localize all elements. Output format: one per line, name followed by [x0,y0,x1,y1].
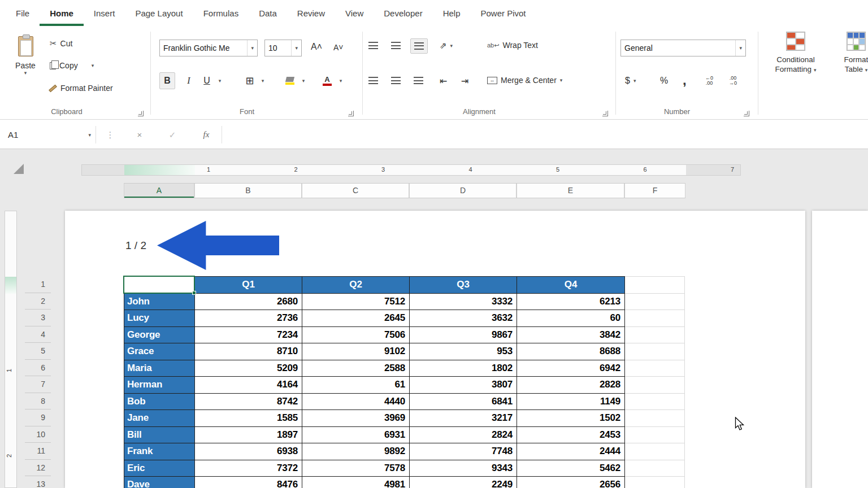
tab-home[interactable]: Home [40,0,84,26]
name-cell[interactable]: Herman [124,377,195,394]
enter-button[interactable]: ✓ [164,126,181,143]
borders-chevron[interactable]: ▾ [259,72,267,89]
column-header-d[interactable]: D [409,184,517,198]
value-cell[interactable]: 3969 [302,410,410,427]
row-header-1[interactable]: 1 [25,276,51,293]
copy-button[interactable]: Copy ▾ [50,61,94,70]
tab-insert[interactable]: Insert [84,0,125,26]
name-cell[interactable]: George [124,326,195,343]
row-header-3[interactable]: 3 [25,310,51,326]
quarter-header-q2[interactable]: Q2 [302,277,410,294]
font-color-button[interactable]: A [320,72,335,89]
name-cell[interactable]: Eric [124,460,195,477]
column-header-f[interactable]: F [624,184,685,198]
value-cell[interactable]: 6931 [302,426,410,443]
select-all-corner-icon[interactable] [14,164,24,174]
grow-font-button[interactable]: A˄ [311,42,322,52]
name-cell[interactable]: Bob [124,393,195,410]
insert-function-button[interactable]: fx [198,126,215,143]
empty-cell[interactable] [624,477,685,488]
name-cell[interactable]: Maria [124,360,195,377]
tab-power-pivot[interactable]: Power Pivot [471,0,536,26]
value-cell[interactable]: 8476 [195,477,302,488]
value-cell[interactable]: 3807 [410,377,517,394]
name-cell[interactable]: Bill [124,426,195,443]
value-cell[interactable]: 1502 [517,410,625,427]
value-cell[interactable]: 7506 [302,326,410,343]
value-cell[interactable]: 1897 [195,426,302,443]
value-cell[interactable]: 3332 [410,293,517,310]
tab-view[interactable]: View [335,0,374,26]
row-header-7[interactable]: 7 [25,376,51,393]
column-header-a[interactable]: A [124,184,194,198]
cancel-button[interactable]: × [131,126,148,143]
increase-indent-button[interactable]: ⇥ [461,76,468,86]
column-header-e[interactable]: E [517,184,624,198]
align-bottom-button[interactable] [410,38,428,54]
underline-chevron[interactable]: ▾ [216,72,224,89]
formula-input[interactable] [222,126,868,143]
row-header-2[interactable]: 2 [25,293,51,310]
cell-A1[interactable] [124,277,195,294]
paste-button[interactable]: Paste ▾ [10,33,41,99]
row-header-13[interactable]: 13 [25,476,51,488]
number-format-combo[interactable]: General ▾ [620,40,746,56]
empty-cell[interactable] [624,327,685,344]
value-cell[interactable]: 5209 [195,360,302,377]
tab-formulas[interactable]: Formulas [193,0,249,26]
value-cell[interactable]: 1802 [410,360,517,377]
font-size-combo[interactable]: 10 ▾ [264,40,302,56]
empty-cell[interactable] [624,294,685,311]
value-cell[interactable]: 2588 [302,360,410,377]
align-right-button[interactable] [414,77,423,84]
align-middle-button[interactable] [391,42,401,49]
align-top-button[interactable] [368,42,378,49]
value-cell[interactable]: 1149 [517,393,625,410]
value-cell[interactable]: 8742 [195,393,302,410]
tab-data[interactable]: Data [249,0,287,26]
decrease-indent-button[interactable]: ⇤ [440,76,447,86]
value-cell[interactable]: 6942 [517,360,625,377]
row-header-12[interactable]: 12 [25,460,51,477]
row-header-10[interactable]: 10 [25,426,51,443]
value-cell[interactable]: 2444 [517,443,625,460]
value-cell[interactable]: 3842 [517,326,625,343]
alignment-dialog-launcher-icon[interactable] [602,111,608,116]
value-cell[interactable]: 7748 [410,443,517,460]
value-cell[interactable]: 3217 [410,410,517,427]
empty-cell[interactable] [624,460,685,477]
tab-page-layout[interactable]: Page Layout [125,0,193,26]
value-cell[interactable]: 9343 [410,460,517,477]
font-dialog-launcher-icon[interactable] [348,111,354,116]
value-cell[interactable]: 9867 [410,326,517,343]
empty-cell[interactable] [624,377,685,394]
shrink-font-button[interactable]: A˅ [333,43,344,52]
name-cell[interactable]: Frank [124,443,195,460]
empty-cell[interactable] [624,410,685,427]
quarter-header-q3[interactable]: Q3 [410,277,517,294]
value-cell[interactable]: 5462 [517,460,625,477]
tab-help[interactable]: Help [433,0,471,26]
value-cell[interactable]: 9102 [302,343,410,360]
percent-format-button[interactable]: % [660,76,668,86]
borders-button[interactable]: ⊞ [243,72,257,89]
row-header-6[interactable]: 6 [25,360,51,377]
value-cell[interactable]: 2656 [517,477,625,488]
underline-button[interactable]: U [200,72,214,89]
row-header-5[interactable]: 5 [25,343,51,360]
value-cell[interactable]: 4440 [302,393,410,410]
value-cell[interactable]: 7234 [195,326,302,343]
value-cell[interactable]: 9892 [302,443,410,460]
value-cell[interactable]: 2249 [410,477,517,488]
orientation-button[interactable]: ⇗ ▾ [440,41,453,51]
value-cell[interactable]: 61 [302,377,410,394]
name-cell[interactable]: Grace [124,343,195,360]
empty-cell[interactable] [624,310,685,327]
name-cell[interactable]: Dave [124,477,195,488]
quarter-header-q1[interactable]: Q1 [195,277,302,294]
font-color-chevron[interactable]: ▾ [337,72,345,89]
value-cell[interactable]: 7578 [302,460,410,477]
empty-cell[interactable] [624,277,685,294]
currency-format-button[interactable]: $ ▾ [625,76,636,86]
value-cell[interactable]: 60 [517,310,625,327]
